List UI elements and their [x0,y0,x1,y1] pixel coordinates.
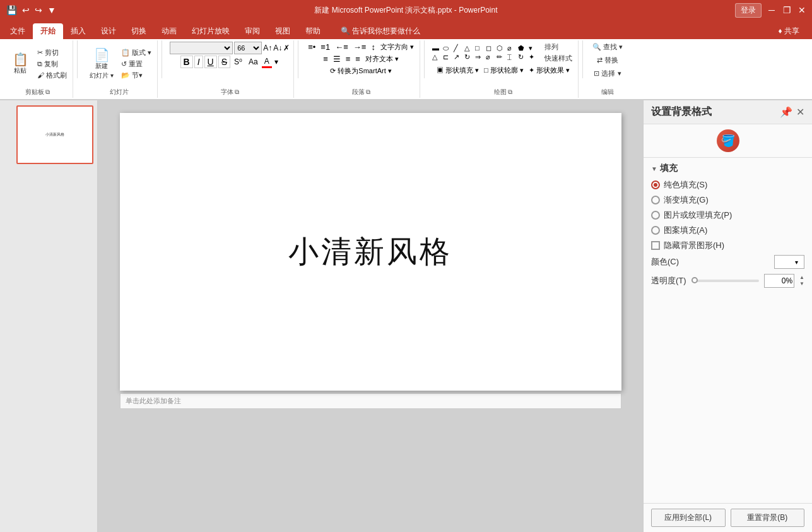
shape-fill-button[interactable]: ▣ 形状填充 ▾ [435,65,481,76]
decrease-indent-button[interactable]: ←≡ [333,42,350,52]
bold-button[interactable]: B [180,56,193,68]
share-button[interactable]: ♦ 共享 [771,23,807,39]
panel-close-button[interactable]: ✕ [796,106,804,118]
color-dropdown-icon[interactable]: ▾ [794,259,799,266]
solid-fill-option[interactable]: 纯色填充(S) [651,179,804,191]
more-shapes-button[interactable]: ▾ [529,44,539,52]
align-left-button[interactable]: ≡ [321,54,330,64]
format-paint-button[interactable]: 🖌 格式刷 [35,70,69,81]
pattern-fill-option[interactable]: 图案填充(A) [651,225,804,236]
tab-view[interactable]: 视图 [268,23,298,39]
customize-qat-icon[interactable]: ▼ [46,4,57,16]
layout-button[interactable]: 📋 版式 ▾ [119,47,153,58]
apply-all-button[interactable]: 应用到全部(L) [651,509,726,527]
tab-insert[interactable]: 插入 [63,23,93,39]
new-slide-button[interactable]: 📄 新建 幻灯片 ▾ [85,47,118,81]
slide-thumbnail[interactable]: 小清新风格 [16,105,93,164]
cut-button[interactable]: ✂ 剪切 [35,47,69,58]
gradient-fill-option[interactable]: 渐变填充(G) [651,194,804,206]
transparency-input[interactable] [764,274,794,288]
paste-button[interactable]: 📋 粘贴 [6,52,34,76]
shadow-button[interactable]: S⁰ [232,57,245,67]
undo-icon[interactable]: ↩ [21,4,31,16]
find-button[interactable]: 🔍 查找 ▾ [591,42,625,52]
increase-indent-button[interactable]: →≡ [351,42,368,52]
hide-background-option[interactable]: 隐藏背景图形(H) [651,240,804,251]
transparency-down-button[interactable]: ▼ [799,281,804,287]
gradient-fill-radio[interactable] [651,196,660,204]
shape-icon[interactable]: ⬡ [497,44,507,52]
tab-search[interactable]: 🔍 告诉我你想要做什么 [333,23,428,39]
shape-icon[interactable]: ╱ [454,44,464,52]
shape-icon[interactable]: ✦ [529,53,539,61]
copy-button[interactable]: ⧉ 复制 [35,59,69,69]
replace-button[interactable]: ⇄ 替换 [595,55,620,66]
tab-animations[interactable]: 动画 [154,23,184,39]
slide-canvas[interactable]: 小清新风格 [120,113,621,391]
shape-icon[interactable]: ↗ [454,53,464,61]
shape-icon[interactable]: ⌶ [507,53,517,61]
shape-icon[interactable]: ⌀ [507,44,517,52]
tab-home[interactable]: 开始 [33,23,63,39]
shape-icon[interactable]: ▬ [432,44,442,52]
shape-icon[interactable]: ⌀ [486,53,496,61]
shape-icon[interactable]: △ [432,53,442,61]
shape-icon[interactable]: ⬟ [518,44,528,52]
shape-icon[interactable]: △ [464,44,474,52]
shape-icon[interactable]: ↻ [518,53,528,61]
underline-button[interactable]: U [204,56,217,68]
numbered-list-button[interactable]: ≡1 [319,42,332,52]
shape-icon[interactable]: ⇒ [475,53,485,61]
tab-design[interactable]: 设计 [93,23,124,39]
font-size-select[interactable]: 66 [234,42,262,54]
notes-area[interactable]: 单击此处添加备注 [120,393,621,409]
shape-icon[interactable]: ✏ [497,53,507,61]
minimize-button[interactable]: ─ [767,5,777,15]
clear-format-button[interactable]: ✗ [283,44,290,52]
line-spacing-button[interactable]: ↕ [369,42,377,52]
italic-button[interactable]: I [194,56,203,68]
tab-transitions[interactable]: 切换 [124,23,154,39]
color-picker-button[interactable]: ▾ [774,255,804,269]
bullet-list-button[interactable]: ≡• [306,42,317,52]
font-name-select[interactable] [170,42,233,54]
justify-button[interactable]: ≡ [353,54,362,64]
transparency-up-button[interactable]: ▲ [799,275,804,281]
shape-icon[interactable]: ◻ [486,44,496,52]
shape-icon[interactable]: ⊏ [443,53,453,61]
align-text-button[interactable]: 对齐文本 ▾ [363,54,401,64]
picture-fill-option[interactable]: 图片或纹理填充(P) [651,210,804,221]
align-right-button[interactable]: ≡ [344,54,353,64]
tab-slideshow[interactable]: 幻灯片放映 [184,23,237,39]
shape-icon[interactable]: □ [475,44,485,52]
shape-effects-button[interactable]: ✦ 形状效果 ▾ [527,65,572,76]
decrease-font-button[interactable]: A↓ [273,44,282,52]
panel-pin-button[interactable]: 📌 [780,106,792,118]
reset-background-button[interactable]: 重置背景(B) [731,509,805,527]
pattern-fill-radio[interactable] [651,226,660,235]
increase-font-button[interactable]: A↑ [263,44,272,52]
fill-section-header[interactable]: ▼ 填充 [651,163,804,174]
restore-button[interactable]: ❐ [782,5,792,15]
select-button[interactable]: ⊡ 选择 ▾ [592,68,623,79]
shape-icon[interactable]: ↻ [464,53,474,61]
login-button[interactable]: 登录 [735,3,762,18]
hide-background-checkbox[interactable] [651,241,660,250]
change-case-button[interactable]: Aa [246,57,261,67]
font-color-button[interactable]: A [262,56,272,68]
tab-help[interactable]: 帮助 [298,23,328,39]
picture-fill-radio[interactable] [651,211,660,220]
center-button[interactable]: ☰ [331,54,343,64]
shape-icon[interactable]: ⬭ [443,44,453,52]
quick-styles-button[interactable]: 快速样式 [543,53,574,64]
tab-file[interactable]: 文件 [3,23,33,39]
font-color-dropdown[interactable]: ▾ [273,57,279,67]
arrange-button[interactable]: 排列 [543,42,574,52]
reset-button[interactable]: ↺ 重置 [119,59,153,69]
shape-outline-button[interactable]: □ 形状轮廓 ▾ [482,65,526,76]
transparency-slider[interactable] [691,280,759,282]
close-button[interactable]: ✕ [797,5,807,15]
convert-smartart-button[interactable]: ⟳ 转换为SmartArt ▾ [328,66,394,76]
text-direction-button[interactable]: 文字方向 ▾ [379,42,416,52]
tab-review[interactable]: 审阅 [237,23,268,39]
